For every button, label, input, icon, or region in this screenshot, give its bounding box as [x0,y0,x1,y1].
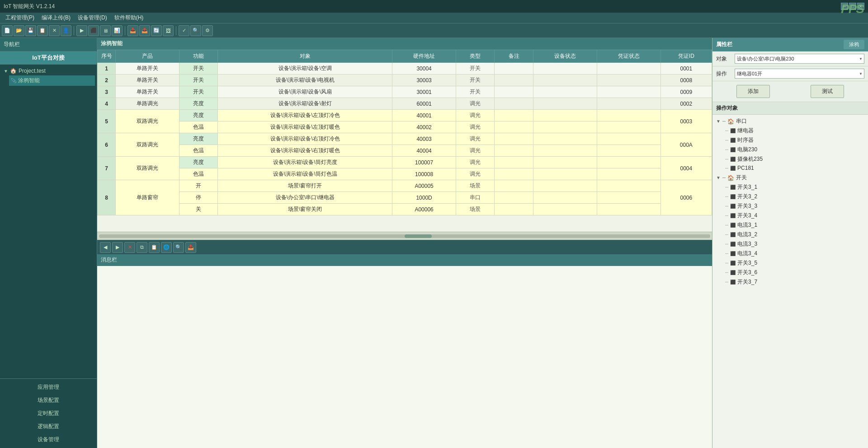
tree-line: ─ [725,185,728,190]
cell-type: 调光 [456,145,495,157]
tb-settings[interactable]: ⚙ [202,25,213,36]
rp-tree-child[interactable]: ─ ⬛ 开关3_1 [723,182,866,192]
tb-person[interactable]: 👤 [61,25,71,36]
cell-seq: 6 [98,133,116,157]
cell-dev-status [533,63,597,75]
menubar: 工程管理(P) 编译上传(B) 设备管理(D) 软件帮助(H) PPS [0,13,868,23]
cell-note [495,180,533,192]
tuya-tab[interactable]: 涂鸦 [844,40,864,49]
cell-cert-status [597,110,660,121]
rp-tree-child[interactable]: ─ ⬛ 电流3_3 [723,239,866,249]
horizontal-scrollbar[interactable] [97,232,712,240]
menu-compile[interactable]: 编译上传(B) [38,13,74,23]
btn-search[interactable]: 🔍 [173,242,184,253]
cell-type: 开关 [456,63,495,75]
add-button[interactable]: 添加 [736,85,770,98]
btn-paste[interactable]: 📋 [149,242,160,253]
menu-project[interactable]: 工程管理(P) [2,13,38,23]
rp-action-select[interactable]: 继电器01开 [735,69,864,79]
btn-export2[interactable]: 📤 [185,242,196,253]
rp-tree-child[interactable]: ─ ⬛ 电流3_1 [723,220,866,230]
nav-device-mgmt[interactable]: 设备管理 [2,433,95,446]
tree-root-label: Project.test [19,68,46,74]
table-row[interactable]: 色温设备\演示箱\设备\筒灯色温100008调光 [98,168,712,180]
table-area[interactable]: 序号 产品 功能 对象 硬件地址 类型 备注 设备状态 凭证状态 凭证ID 1单… [97,50,712,232]
expand-icon: ▼ [716,175,721,180]
device-icon: ⬛ [730,242,736,247]
scrollbar-thumb[interactable] [405,234,432,238]
group-label: 开关 [736,174,747,182]
device-icon: ⬛ [730,251,736,256]
tb-save[interactable]: 💾 [25,25,36,36]
table-row[interactable]: 5双路调光亮度设备\演示箱\设备\左顶灯冷色40001调光0003 [98,110,712,121]
cell-type: 场景 [456,180,495,192]
nav-prev[interactable]: ◀ [100,242,111,253]
tb-close[interactable]: ✕ [49,25,60,36]
table-row[interactable]: 4单路调光亮度设备\演示箱\设备\射灯60001调光0002 [98,98,712,110]
tree-child-tuya[interactable]: 📎 涂鸦智能 [9,75,95,86]
cell-object: 设备\演示箱\设备\射灯 [218,98,392,110]
nav-next[interactable]: ▶ [112,242,123,253]
child-label: 电流3_2 [737,231,757,238]
tb-upload[interactable]: ⬛ [88,25,99,36]
table-row[interactable]: 8单路窗帘开场景\窗帘打开A00005场景0006 [98,180,712,192]
child-label: 开关3_5 [737,259,757,267]
tb-saveas[interactable]: 📋 [37,25,48,36]
btn-refresh[interactable]: 🌐 [161,242,172,253]
rp-tree-child[interactable]: ─ ⬛ 开关3_2 [723,192,866,201]
rp-tree-child[interactable]: ─ ⬛ 开关3_5 [723,258,866,268]
rp-tree-child[interactable]: ─ ⬛ 开关3_7 [723,277,866,287]
nav-scene-config[interactable]: 场景配置 [2,394,95,407]
btn-delete[interactable]: ✕ [124,242,135,253]
table-row[interactable]: 3单路开关开关设备\演示箱\设备\风扇30001开关0009 [98,86,712,98]
rp-tree-child[interactable]: ─ ⬛ 继电器 [723,126,866,135]
table-row[interactable]: 1单路开关开关设备\演示箱\设备\空调30004开关0001 [98,63,712,75]
tb-export[interactable]: 📤 [139,25,150,36]
menu-device[interactable]: 设备管理(D) [74,13,111,23]
tb-verify[interactable]: ✓ [179,25,189,36]
table-row[interactable]: 6双路调光亮度设备\演示箱\设备\右顶灯冷色40003调光000A [98,133,712,145]
table-row[interactable]: 关场景\窗帘关闭A00006场景 [98,204,712,215]
cell-seq: 3 [98,86,116,98]
menu-help[interactable]: 软件帮助(H) [111,13,147,23]
tb-sep3 [176,26,176,35]
rp-tree-child[interactable]: ─ ⬛ 时序器 [723,135,866,145]
rp-tree-child[interactable]: ─ ⬛ PC181 [723,164,866,172]
table-row[interactable]: 7双路调光亮度设备\演示箱\设备\筒灯亮度100007调光0004 [98,157,712,168]
logo: PPS [841,2,863,16]
table-row[interactable]: 停设备\办公室\串口\继电器1000D串口 [98,192,712,204]
cell-note [495,86,533,98]
cell-object: 设备\演示箱\设备\筒灯亮度 [218,157,392,168]
nav-timer-config[interactable]: 定时配置 [2,407,95,420]
rp-tree[interactable]: ▼ ─ 🏠 串口 ─ ⬛ 继电器 ─ ⬛ 时序器 ─ ⬛ 电脑230 ─ ⬛ 摄… [712,115,868,448]
rp-tree-child[interactable]: ─ ⬛ 开关3_4 [723,211,866,220]
tree-root[interactable]: ▼ 🏠 Project.test [2,66,95,75]
test-button[interactable]: 测试 [811,85,844,98]
tb-new[interactable]: 📄 [2,25,13,36]
rp-tree-child[interactable]: ─ ⬛ 电流3_2 [723,230,866,239]
table-row[interactable]: 2单路开关开关设备\演示箱\设备\电视机30003开关0008 [98,75,712,86]
rp-tree-parent[interactable]: ▼ ─ 🏠 开关 [714,173,866,182]
tb-open[interactable]: 📂 [14,25,24,36]
tb-monitor[interactable]: 🖥 [100,25,111,36]
rp-tree-child[interactable]: ─ ⬛ 电脑230 [723,145,866,154]
table-row[interactable]: 色温设备\演示箱\设备\右顶灯暖色40004调光 [98,145,712,157]
tb-test[interactable]: 🔍 [190,25,201,36]
tb-sync[interactable]: 🔄 [151,25,162,36]
table-row[interactable]: 色温设备\演示箱\设备\左顶灯暖色40002调光 [98,121,712,133]
nav-app-mgmt[interactable]: 应用管理 [2,381,95,394]
tree-line: ─ [725,251,728,256]
nav-logic-config[interactable]: 逻辑配置 [2,420,95,433]
btn-copy[interactable]: ⧉ [137,242,147,253]
cell-seq: 1 [98,63,116,75]
rp-tree-child[interactable]: ─ ⬛ 电流3_4 [723,249,866,258]
rp-tree-child[interactable]: ─ ⬛ 开关3_3 [723,201,866,211]
tb-run[interactable]: ▶ [76,25,87,36]
rp-tree-child[interactable]: ─ ⬛ 开关3_6 [723,268,866,277]
tb-image[interactable]: 🖼 [163,25,174,36]
rp-object-select[interactable]: 设备\办公室\串口\电脑230 [735,54,864,64]
rp-tree-parent[interactable]: ▼ ─ 🏠 串口 [714,117,866,126]
tb-import[interactable]: 📥 [127,25,138,36]
rp-tree-child[interactable]: ─ ⬛ 摄像机235 [723,154,866,164]
tb-chart[interactable]: 📊 [112,25,123,36]
